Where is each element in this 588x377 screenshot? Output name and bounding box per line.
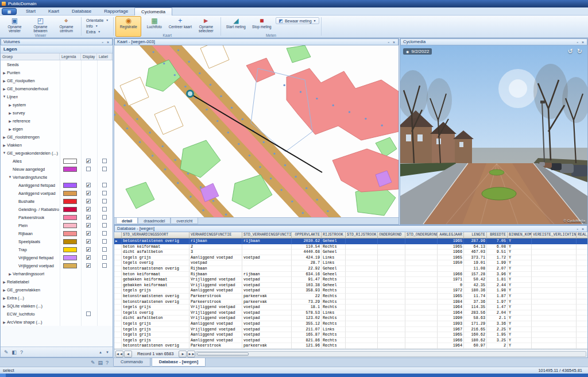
layer-tree-item[interactable]: Aanliggend fietspad✔ (1, 181, 113, 189)
edit-icon[interactable]: ✎ (4, 349, 9, 355)
layer-tree-item[interactable]: ▶SQLite vlakken (...) (1, 302, 113, 310)
label-checkbox[interactable] (102, 239, 107, 244)
display-checkbox[interactable]: ✔ (86, 191, 91, 195)
column-header[interactable]: STD_ONDERGROND (405, 232, 438, 238)
table-row[interactable]: betonstraatstenen overigParkeerstrookpar… (114, 294, 587, 299)
display-checkbox[interactable]: ✔ (86, 159, 91, 163)
label-checkbox[interactable] (102, 191, 107, 195)
map-window-buttons[interactable]: ▫ × (388, 40, 396, 45)
table-row[interactable]: ▶betonstraatstenen overigrijbaanrijbaan2… (114, 238, 587, 244)
layer-tree-item[interactable]: Speelplaats✔ (1, 237, 113, 245)
table-row[interactable]: tegels grijsAanliggend voetpadvoetpad165… (114, 332, 587, 338)
label-checkbox[interactable] (102, 263, 107, 268)
table-row[interactable]: tegels grijsVrijliggend voetpadvoetpad18… (114, 305, 587, 310)
brush-icon[interactable]: ✎ (91, 360, 95, 366)
application-menu-button[interactable]: ▦ (2, 8, 17, 15)
ribbon-tab-kaart[interactable]: Kaart (42, 7, 65, 16)
bottom-tab-commando[interactable]: Commando (113, 358, 150, 367)
expand-icon[interactable]: ▶ (7, 272, 13, 276)
map-tab-detail[interactable]: detail (116, 218, 138, 224)
scrollbar-thumb[interactable] (197, 352, 249, 356)
table-row[interactable]: beton keiformaat2110.54Rechts196564.136.… (114, 244, 587, 250)
layer-tree-item[interactable]: ▶ArcView shape (...) (1, 318, 113, 326)
label-checkbox[interactable] (102, 167, 107, 171)
display-checkbox[interactable]: ✔ (86, 215, 91, 220)
collapse-icon[interactable]: ▼ (2, 151, 7, 155)
expand-icon[interactable]: ▶ (2, 71, 7, 75)
table-row[interactable]: tegels grijsAanliggend voetpadvoetpad355… (114, 321, 587, 327)
layer-tree-item[interactable]: Bushalte✔ (1, 197, 113, 205)
table-row[interactable]: tegels overigVrijliggend voetpadvoetpad5… (114, 310, 587, 316)
column-header[interactable]: ONDERGROND (378, 232, 405, 238)
layer-tree-item[interactable]: ECW_luchtfoto (1, 310, 113, 318)
table-row[interactable]: tegels overigvoetpad28.7Links195019.011.… (114, 260, 587, 266)
scroll-up-icon[interactable]: ▲ (99, 351, 102, 354)
expand-icon[interactable]: ▶ (7, 103, 13, 107)
dropdown-info[interactable]: Info▼ (83, 23, 111, 29)
display-checkbox[interactable]: ✔ (86, 255, 91, 260)
layer-tree-item[interactable]: ▶Relatietabel (1, 278, 113, 286)
ribbon-tab-start[interactable]: Start (20, 7, 42, 16)
layer-tree-item[interactable]: Parkeerstrook✔ (1, 213, 113, 221)
label-checkbox[interactable] (102, 159, 107, 163)
map-tab-overzicht[interactable]: overzicht (171, 218, 198, 224)
layer-tree-item[interactable]: ▶GE_groenvlakken (1, 286, 113, 294)
rotate-left-right-icons[interactable]: ↺ ↻ (568, 48, 584, 55)
expand-icon[interactable]: ▶ (2, 79, 7, 83)
bottom-tab-database-wegen-[interactable]: Database - [wegen] (152, 358, 206, 367)
column-header[interactable]: AANLEGJAAR (438, 232, 464, 238)
label-checkbox[interactable] (102, 183, 107, 187)
table-row[interactable]: dicht asfaltbetonVrijliggend voetpadvoet… (114, 316, 587, 321)
map-canvas[interactable] (114, 45, 399, 217)
column-header[interactable]: STD_VERHARDINGSSOORT (122, 232, 189, 238)
table-row[interactable]: betonstraatstenen overigParkeerstrookpar… (114, 299, 587, 305)
collapse-icon[interactable]: ▼ (7, 175, 13, 179)
database-window-buttons[interactable]: ▫ × (577, 226, 585, 232)
layer-tree-item[interactable]: ▶Extra (...) (1, 294, 113, 302)
paint-icon[interactable]: ◧ (12, 349, 17, 355)
first-record-button[interactable]: ◄◄ (115, 351, 123, 357)
label-checkbox[interactable] (102, 231, 107, 236)
column-header[interactable]: VERHARDINGSFUNCTIE (189, 232, 242, 238)
ribbon-tab-database[interactable]: Database (65, 7, 98, 16)
panel-window-buttons[interactable]: ▫ × (102, 40, 110, 45)
taskbar-start-fragment[interactable] (0, 374, 6, 377)
table-row[interactable]: dicht asfaltbeton34440.68Geheel1966467.0… (114, 249, 587, 255)
display-checkbox[interactable]: ✔ (86, 231, 91, 236)
cyclomedia-window-buttons[interactable]: ▫ × (577, 40, 585, 45)
column-header[interactable]: RIJSTROOK (322, 232, 346, 238)
label-checkbox[interactable] (102, 199, 107, 203)
label-checkbox[interactable] (102, 223, 107, 228)
layer-tree-item[interactable]: ▼GE_wegvakonderdelen (...) (1, 149, 113, 157)
layer-tree-item[interactable]: ▶Verhardingssoort (1, 270, 113, 278)
column-header[interactable]: BREEDTE (487, 232, 508, 238)
info-icon[interactable]: ? (106, 360, 109, 366)
column-header[interactable]: STD_VERHARDINGSFUNCTIE (242, 232, 292, 238)
ribbon-tab-rapportage[interactable]: Rapportage (98, 7, 134, 16)
display-checkbox[interactable]: ✔ (86, 207, 91, 211)
layer-tree-item[interactable]: Vrijliggend voetpad✔ (1, 261, 113, 270)
layer-tree-item[interactable]: ▶GE_bomenonderhoud (1, 84, 113, 93)
bewaar-meting-button[interactable]: ◩Bewaar meting▼ (276, 17, 319, 24)
layer-tree-item[interactable]: ▶eigen (1, 125, 113, 133)
label-checkbox[interactable] (102, 255, 107, 260)
layer-tree-item[interactable]: Trap✔ (1, 245, 113, 253)
expand-icon[interactable]: ▶ (7, 111, 13, 115)
expand-icon[interactable]: ▶ (2, 87, 7, 91)
table-row[interactable]: betonstraatstenen overigRijbaan22.92Gehe… (114, 266, 587, 272)
collapse-icon[interactable]: ▼ (2, 95, 7, 98)
street-photo[interactable]: ◉ 9/2/2022 ↺ ↻ © CycloMedia (400, 45, 587, 224)
column-header[interactable]: VEREISTE_VERLICHTING (532, 232, 577, 238)
layer-tree-item[interactable]: ▶Vlakken (1, 141, 113, 149)
layer-tree-item[interactable]: ▶reference (1, 117, 113, 125)
expand-icon[interactable]: ▶ (2, 135, 7, 139)
column-header[interactable] (114, 232, 122, 238)
column-header[interactable]: LENGTE (464, 232, 487, 238)
expand-icon[interactable]: ▶ (7, 119, 13, 123)
expand-icon[interactable]: ▶ (2, 304, 7, 308)
layers-icon[interactable]: ▤ (98, 360, 103, 366)
map-tab-draadmodel[interactable]: draadmodel (138, 218, 171, 224)
layer-tree-item[interactable]: Aanliggend voetpad✔ (1, 189, 113, 197)
layer-tree-item[interactable]: ▶survey (1, 109, 113, 117)
table-row[interactable]: beton keiformaatRijbaanrijbaan634.16Gehe… (114, 272, 587, 278)
